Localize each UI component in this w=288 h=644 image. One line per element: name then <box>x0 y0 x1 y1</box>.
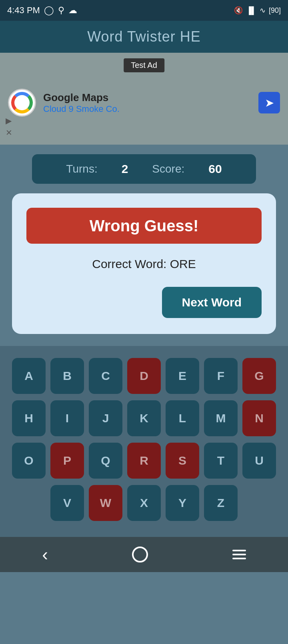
key-h[interactable]: H <box>12 400 46 436</box>
vibrate-icon: 🔇 <box>234 6 243 15</box>
key-x[interactable]: X <box>127 485 161 521</box>
key-v[interactable]: V <box>50 485 84 521</box>
ad-subtitle: Cloud 9 Smoke Co. <box>43 104 258 114</box>
key-q[interactable]: Q <box>89 443 122 479</box>
key-b[interactable]: B <box>50 358 84 394</box>
status-indicators: 🔇 ▐▌ ∿ [90] <box>234 6 281 15</box>
key-m[interactable]: M <box>204 400 238 436</box>
ad-controls: ▶ ✕ <box>6 116 12 137</box>
key-e[interactable]: E <box>166 358 199 394</box>
key-u[interactable]: U <box>242 443 276 479</box>
card-footer: Next Word <box>26 287 262 318</box>
app-header: Word Twister HE <box>0 21 288 53</box>
correct-word-text: Correct Word: ORE <box>26 257 262 271</box>
key-row-1: HIJKLMN <box>6 400 282 436</box>
menu-line-2 <box>232 554 246 555</box>
home-icon <box>132 547 148 563</box>
key-o[interactable]: O <box>12 443 46 479</box>
key-row-3: VWXYZ <box>6 485 282 521</box>
key-d[interactable]: D <box>127 358 161 394</box>
status-bar: 4:43 PM ◯ ⚲ ☁ 🔇 ▐▌ ∿ [90] <box>0 0 288 21</box>
key-row-2: OPQRSTU <box>6 443 282 479</box>
key-row-0: ABCDEFG <box>6 358 282 394</box>
ad-banner: Test Ad Google Maps Cloud 9 Smoke Co. ➤ … <box>0 53 288 145</box>
key-y[interactable]: Y <box>166 485 199 521</box>
key-k[interactable]: K <box>127 400 161 436</box>
key-i[interactable]: I <box>50 400 84 436</box>
battery-indicator: [90] <box>269 6 281 15</box>
wifi-icon: ∿ <box>260 6 266 15</box>
app-title: Word Twister HE <box>87 28 201 45</box>
menu-line-1 <box>232 550 246 551</box>
ad-play-icon[interactable]: ▶ <box>6 116 12 125</box>
nav-bar <box>0 537 288 572</box>
ad-label: Test Ad <box>124 58 164 72</box>
ad-close-icon[interactable]: ✕ <box>6 128 12 137</box>
key-s[interactable]: S <box>166 443 199 479</box>
turns-label: Turns: <box>66 163 97 175</box>
ad-company-name: Google Maps <box>43 91 258 104</box>
usb-icon: ⚲ <box>58 5 64 16</box>
ad-directions-icon[interactable]: ➤ <box>258 92 280 113</box>
ad-content[interactable]: Google Maps Cloud 9 Smoke Co. ➤ <box>8 89 280 117</box>
key-j[interactable]: J <box>89 400 122 436</box>
key-r[interactable]: R <box>127 443 161 479</box>
keyboard-area: ABCDEFGHIJKLMNOPQRSTUVWXYZ <box>0 346 288 537</box>
status-time: 4:43 PM ◯ ⚲ ☁ <box>7 5 77 16</box>
score-label: Score: <box>152 163 184 175</box>
key-n[interactable]: N <box>242 400 276 436</box>
wrong-guess-text: Wrong Guess! <box>90 217 199 235</box>
key-p[interactable]: P <box>50 443 84 479</box>
key-f[interactable]: F <box>204 358 238 394</box>
key-z[interactable]: Z <box>204 485 238 521</box>
home-button[interactable] <box>116 540 164 569</box>
key-c[interactable]: C <box>89 358 122 394</box>
google-logo-circle <box>11 92 33 113</box>
turns-value: 2 <box>122 162 128 176</box>
signal-icon: ▐▌ <box>246 6 256 15</box>
back-button[interactable] <box>26 538 64 571</box>
key-a[interactable]: A <box>12 358 46 394</box>
score-value: 60 <box>208 162 222 176</box>
key-l[interactable]: L <box>166 400 199 436</box>
ad-text: Google Maps Cloud 9 Smoke Co. <box>43 91 258 114</box>
result-card: Wrong Guess! Correct Word: ORE Next Word <box>12 193 276 334</box>
ad-logo <box>8 89 36 117</box>
whatsapp-icon: ◯ <box>44 5 54 16</box>
key-g[interactable]: G <box>242 358 276 394</box>
score-bar: Turns: 2 Score: 60 <box>32 154 256 184</box>
menu-line-3 <box>232 558 246 559</box>
wrong-guess-banner: Wrong Guess! <box>26 208 262 244</box>
next-word-button[interactable]: Next Word <box>162 287 262 318</box>
key-t[interactable]: T <box>204 443 238 479</box>
cloud-icon: ☁ <box>68 5 77 16</box>
menu-button[interactable] <box>216 542 262 567</box>
key-w[interactable]: W <box>89 485 122 521</box>
